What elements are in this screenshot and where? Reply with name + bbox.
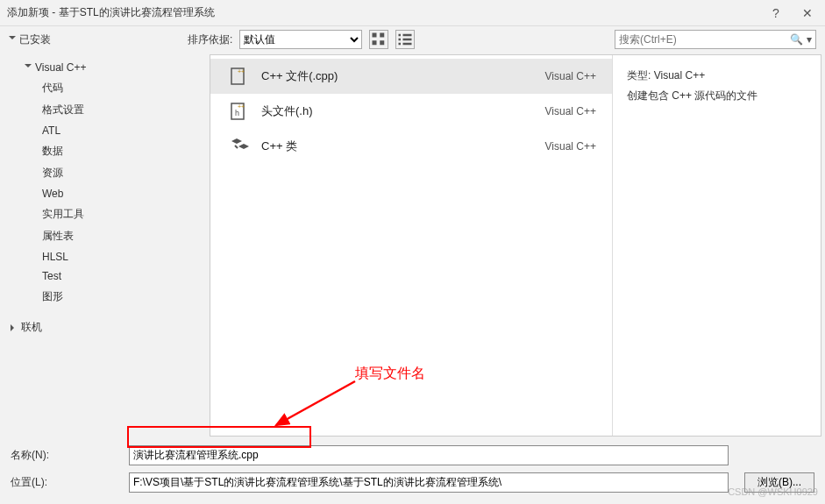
detail-type-label: 类型:	[627, 69, 651, 82]
template-item-cpp-file[interactable]: ++ C++ 文件(.cpp) Visual C++	[210, 59, 612, 94]
svg-rect-6	[399, 39, 402, 41]
tree-node[interactable]: Test	[11, 266, 196, 286]
template-lang: Visual C++	[545, 70, 596, 82]
tree-node[interactable]: 资源	[11, 162, 196, 184]
window-title: 添加新项 - 基于STL的演讲比赛流程管理系统	[7, 5, 765, 20]
close-button[interactable]: ✕	[797, 3, 818, 24]
detail-type-value: Visual C++	[654, 69, 705, 82]
svg-rect-4	[399, 34, 402, 37]
template-name: 头文件(.h)	[261, 103, 545, 119]
search-box[interactable]: 🔍 ▾	[615, 30, 816, 49]
tree-node[interactable]: 数据	[11, 140, 196, 162]
template-item-header-file[interactable]: h++ 头文件(.h) Visual C++	[210, 94, 612, 129]
svg-rect-1	[380, 33, 385, 38]
caret-right-icon	[11, 324, 18, 331]
tree-label: 联机	[21, 320, 42, 335]
tree-node-online[interactable]: 联机	[11, 316, 196, 338]
svg-rect-3	[380, 40, 385, 45]
caret-down-icon	[25, 64, 32, 71]
detail-panel: 类型: Visual C++ 创建包含 C++ 源代码的文件	[612, 55, 821, 436]
name-label: 名称(N):	[11, 448, 129, 463]
installed-label: 已安装	[19, 32, 51, 47]
tree-node[interactable]: HLSL	[11, 247, 196, 266]
svg-rect-8	[399, 43, 402, 46]
template-item-cpp-class[interactable]: C++ 类 Visual C++	[210, 129, 612, 164]
svg-text:++: ++	[238, 68, 245, 75]
template-lang: Visual C++	[545, 140, 596, 153]
location-label: 位置(L):	[11, 475, 129, 490]
search-input[interactable]	[619, 33, 790, 46]
tree-node[interactable]: ATL	[11, 121, 196, 140]
cpp-class-icon	[226, 134, 251, 159]
template-lang: Visual C++	[545, 105, 596, 117]
detail-description: 创建包含 C++ 源代码的文件	[627, 86, 807, 106]
browse-button[interactable]: 浏览(B)...	[744, 472, 814, 493]
svg-rect-9	[403, 43, 412, 46]
dropdown-icon[interactable]: ▾	[807, 33, 812, 46]
category-tree: Visual C++ 代码 格式设置 ATL 数据 资源 Web 实用工具 属性…	[0, 53, 206, 438]
svg-rect-2	[373, 40, 377, 45]
header-file-icon: h++	[226, 99, 251, 124]
svg-rect-5	[403, 34, 412, 37]
template-name: C++ 文件(.cpp)	[261, 68, 545, 84]
tree-node[interactable]: 属性表	[11, 225, 196, 247]
sort-label: 排序依据:	[188, 32, 232, 47]
svg-text:++: ++	[238, 103, 245, 110]
tree-node[interactable]: 代码	[11, 77, 196, 99]
template-name: C++ 类	[261, 138, 545, 154]
view-list-button[interactable]	[395, 30, 415, 49]
name-input[interactable]	[129, 445, 729, 465]
help-button[interactable]: ?	[765, 3, 786, 24]
location-input[interactable]	[129, 472, 729, 493]
view-grid-button[interactable]	[369, 30, 388, 49]
svg-text:h: h	[235, 109, 239, 117]
cpp-file-icon: ++	[226, 64, 251, 89]
tree-node[interactable]: 实用工具	[11, 203, 196, 225]
installed-toggle[interactable]: 已安装	[9, 32, 51, 47]
sort-select[interactable]: 默认值	[239, 30, 362, 49]
tree-label: Visual C++	[35, 61, 86, 74]
grid-icon	[370, 30, 388, 49]
svg-rect-0	[373, 33, 377, 38]
svg-rect-7	[403, 39, 412, 41]
tree-node[interactable]: 格式设置	[11, 99, 196, 121]
search-icon: 🔍	[790, 33, 803, 46]
caret-down-icon	[9, 36, 16, 43]
tree-node[interactable]: 图形	[11, 286, 196, 308]
tree-node[interactable]: Web	[11, 184, 196, 203]
list-icon	[396, 30, 414, 49]
tree-node-visual-cpp[interactable]: Visual C++	[11, 58, 196, 77]
template-list: ++ C++ 文件(.cpp) Visual C++ h++ 头文件(.h) V…	[210, 55, 612, 436]
